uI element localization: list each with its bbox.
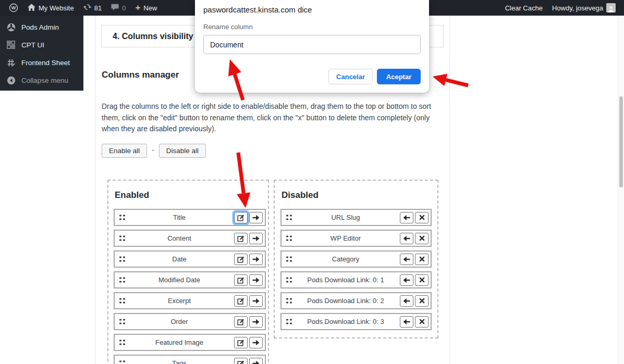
updates-icon [83, 3, 91, 12]
disabled-panel: Disabled URL Slug [274, 180, 438, 338]
drag-handle-icon[interactable] [286, 319, 292, 324]
edit-column-button[interactable] [234, 316, 248, 328]
drag-handle-icon[interactable] [119, 277, 125, 283]
account-menu[interactable]: Howdy, josevega [547, 0, 618, 16]
drag-handle-icon[interactable] [286, 235, 292, 241]
disable-all-button[interactable]: Disable all [159, 144, 206, 158]
disabled-column-row[interactable]: URL Slug [280, 209, 432, 226]
drag-handle-icon[interactable] [286, 256, 292, 262]
disabled-column-row[interactable]: Pods Download Link: 0: 2 [280, 292, 432, 309]
new-content-menu[interactable]: + New [130, 0, 162, 16]
edit-column-button[interactable] [234, 358, 248, 364]
delete-column-button[interactable] [415, 274, 429, 286]
rename-prompt-dialog: paswordcattest.kinsta.com dice Rename co… [195, 0, 429, 93]
enable-column-button[interactable] [400, 274, 413, 286]
disabled-column-row[interactable]: Category [280, 250, 432, 268]
drag-handle-icon[interactable] [119, 215, 125, 220]
column-label: Pods Download Link: 0: 1 [297, 276, 394, 284]
edit-column-button[interactable] [234, 212, 248, 223]
edit-column-button[interactable] [234, 254, 248, 265]
drag-handle-icon[interactable] [286, 298, 292, 304]
disabled-column-row[interactable]: WP Editor [280, 230, 432, 247]
disable-column-button[interactable] [249, 337, 263, 348]
new-label: New [143, 4, 157, 12]
edit-column-button[interactable] [234, 233, 248, 244]
delete-column-button[interactable] [415, 295, 429, 307]
disable-column-button[interactable] [249, 254, 263, 265]
column-label: Excerpt [130, 297, 228, 305]
site-name: My Website [39, 4, 74, 12]
cancel-button[interactable]: Cancelar [328, 69, 373, 84]
enabled-panel: Enabled Title [107, 180, 269, 364]
comment-bubble-icon [111, 4, 119, 12]
section-title: 4. Columns visibility [113, 32, 193, 41]
enable-column-button[interactable] [400, 212, 413, 223]
enabled-column-row[interactable]: Content [114, 230, 266, 247]
updates-menu[interactable]: 81 [79, 0, 106, 16]
enabled-column-row[interactable]: Modified Date [114, 271, 266, 288]
enabled-column-row[interactable]: Tags [114, 355, 266, 364]
delete-column-button[interactable] [415, 212, 429, 223]
enabled-column-row[interactable]: Date [114, 250, 266, 268]
updates-count: 81 [94, 4, 102, 12]
disable-column-button[interactable] [249, 233, 263, 244]
column-label: Modified Date [130, 276, 228, 284]
enable-all-button[interactable]: Enable all [102, 144, 147, 158]
drag-handle-icon[interactable] [119, 319, 125, 324]
delete-column-button[interactable] [415, 233, 429, 244]
enabled-column-row[interactable]: Featured Image [114, 334, 266, 351]
edit-column-button[interactable] [234, 274, 248, 286]
disable-column-button[interactable] [249, 316, 263, 328]
drag-handle-icon[interactable] [286, 215, 292, 220]
sidebar-item-frontend-sheet[interactable]: Frontend Sheet [0, 54, 83, 71]
delete-column-button[interactable] [415, 254, 429, 265]
column-label: WP Editor [297, 234, 394, 242]
column-label: Order [130, 318, 228, 325]
column-label: Pods Download Link: 0: 3 [297, 318, 394, 325]
column-label: Date [130, 255, 228, 263]
edit-column-button[interactable] [234, 337, 248, 348]
disable-column-button[interactable] [249, 212, 263, 223]
clear-cache-button[interactable]: Clear Cache [500, 0, 547, 16]
drag-handle-icon[interactable] [119, 298, 125, 304]
collapse-arrow-icon [6, 76, 16, 85]
accept-button[interactable]: Aceptar [377, 69, 421, 84]
sidebar-item-label: Collapse menu [21, 77, 68, 84]
drag-handle-icon[interactable] [119, 256, 125, 262]
disabled-column-row[interactable]: Pods Download Link: 0: 3 [280, 313, 432, 330]
dialog-message: Rename column [203, 23, 421, 31]
rename-input[interactable] [203, 35, 421, 54]
sidebar-item-label: Pods Admin [21, 23, 59, 31]
dialog-title: paswordcattest.kinsta.com dice [203, 5, 421, 14]
grid-icon [6, 41, 16, 49]
enabled-column-row[interactable]: Order [114, 313, 266, 330]
delete-column-button[interactable] [415, 316, 429, 328]
scrollbar-thumb[interactable] [619, 96, 623, 187]
site-menu[interactable]: My Website [23, 0, 79, 16]
disable-column-button[interactable] [249, 295, 263, 307]
drag-handle-icon[interactable] [286, 277, 292, 283]
drag-handle-icon[interactable] [119, 340, 125, 345]
drag-handle-icon[interactable] [119, 235, 125, 241]
enable-column-button[interactable] [400, 295, 413, 307]
enabled-column-row[interactable]: Excerpt [114, 292, 266, 309]
drag-handle-icon[interactable] [119, 360, 125, 364]
sidebar-item-cpt-ui[interactable]: CPT UI [0, 36, 83, 54]
disable-column-button[interactable] [249, 358, 263, 364]
disabled-column-row[interactable]: Pods Download Link: 0: 1 [280, 271, 432, 288]
sidebar-item-collapse-menu[interactable]: Collapse menu [0, 71, 83, 89]
disable-column-button[interactable] [249, 274, 263, 286]
wordpress-logo-icon[interactable]: W [4, 0, 23, 16]
column-label: Featured Image [130, 338, 228, 346]
column-label: Title [130, 214, 228, 221]
scrollbar-track[interactable] [618, 16, 624, 364]
edit-column-button[interactable] [234, 295, 248, 307]
enable-column-button[interactable] [400, 316, 413, 328]
comments-menu[interactable]: 0 [106, 0, 130, 16]
enabled-panel-title: Enabled [115, 190, 266, 200]
enable-column-button[interactable] [400, 254, 413, 265]
enabled-column-row[interactable]: Title [114, 209, 266, 226]
sidebar-item-pods-admin[interactable]: Pods Admin [0, 18, 83, 36]
enable-column-button[interactable] [400, 233, 413, 244]
sidebar-item-label: CPT UI [21, 41, 44, 49]
